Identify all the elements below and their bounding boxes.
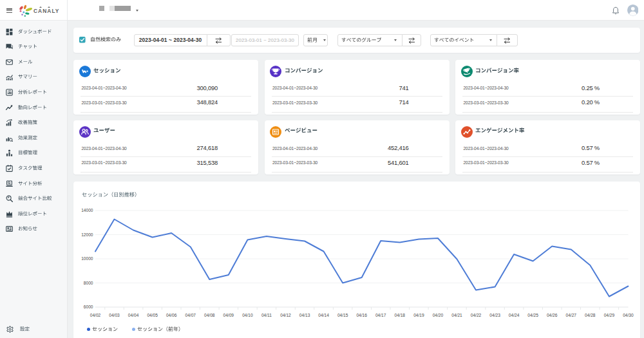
- svg-text:12000: 12000: [81, 232, 93, 236]
- svg-text:04/18: 04/18: [395, 313, 406, 317]
- svg-text:04/24: 04/24: [509, 313, 520, 317]
- svg-text:04/26: 04/26: [547, 313, 558, 317]
- svg-text:04/10: 04/10: [242, 313, 253, 317]
- svg-text:04/29: 04/29: [604, 313, 615, 317]
- svg-text:04/23: 04/23: [489, 313, 500, 317]
- svg-text:04/17: 04/17: [375, 313, 386, 317]
- svg-text:04/03: 04/03: [109, 313, 120, 317]
- svg-text:04/09: 04/09: [223, 313, 234, 317]
- svg-text:04/20: 04/20: [433, 313, 444, 317]
- svg-text:04/07: 04/07: [185, 313, 196, 317]
- svg-text:04/12: 04/12: [280, 313, 291, 317]
- svg-text:04/06: 04/06: [166, 313, 177, 317]
- svg-text:04/02: 04/02: [90, 313, 101, 317]
- svg-text:04/19: 04/19: [413, 313, 424, 317]
- svg-text:04/08: 04/08: [204, 313, 215, 317]
- svg-text:04/28: 04/28: [585, 313, 596, 317]
- svg-text:04/05: 04/05: [147, 313, 158, 317]
- svg-text:04/11: 04/11: [261, 313, 272, 317]
- svg-text:04/21: 04/21: [451, 313, 462, 317]
- svg-text:8000: 8000: [84, 280, 93, 285]
- svg-text:04/04: 04/04: [128, 313, 139, 317]
- svg-text:04/27: 04/27: [566, 313, 577, 317]
- svg-text:04/25: 04/25: [527, 313, 538, 317]
- svg-text:04/13: 04/13: [299, 313, 310, 317]
- svg-text:04/22: 04/22: [471, 313, 482, 317]
- svg-text:6000: 6000: [84, 305, 93, 309]
- svg-text:10000: 10000: [81, 256, 93, 261]
- svg-text:14000: 14000: [81, 208, 93, 212]
- svg-text:04/15: 04/15: [337, 313, 348, 317]
- svg-text:04/14: 04/14: [318, 313, 329, 317]
- svg-text:04/30: 04/30: [623, 313, 634, 317]
- svg-text:04/16: 04/16: [356, 313, 367, 317]
